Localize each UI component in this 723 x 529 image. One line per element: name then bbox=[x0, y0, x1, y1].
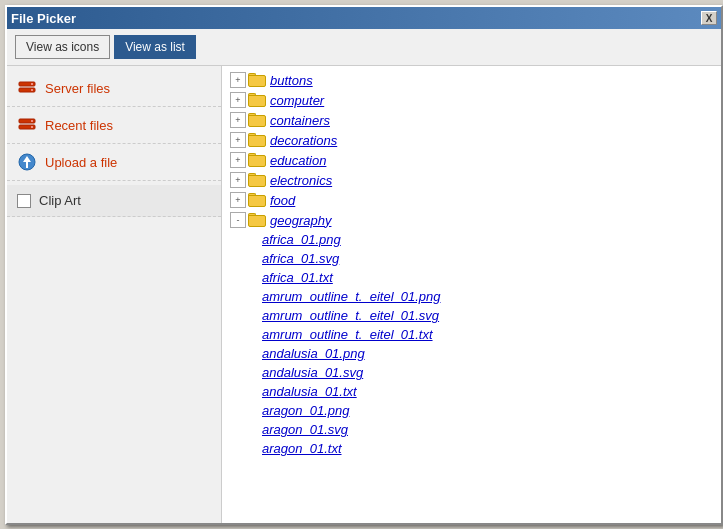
file-label-amrum-svg: amrum_outline_t._eitel_01.svg bbox=[262, 308, 439, 323]
sidebar-item-clip-art[interactable]: Clip Art bbox=[7, 185, 221, 217]
upload-file-label: Upload a file bbox=[45, 155, 117, 170]
toggle-decorations[interactable]: + bbox=[230, 132, 246, 148]
close-button[interactable]: X bbox=[701, 11, 717, 25]
file-label-andalusia-png: andalusia_01.png bbox=[262, 346, 365, 361]
file-label-africa-png: africa_01.png bbox=[262, 232, 341, 247]
file-aragon-txt[interactable]: aragon_01.txt bbox=[222, 439, 721, 458]
file-amrum-png[interactable]: amrum_outline_t._eitel_01.png bbox=[222, 287, 721, 306]
sidebar-item-upload-file[interactable]: Upload a file bbox=[7, 144, 221, 181]
server-icon bbox=[17, 78, 37, 98]
file-picker-window: File Picker X View as icons View as list… bbox=[5, 5, 723, 525]
folder-education[interactable]: + education bbox=[222, 150, 721, 170]
recent-icon bbox=[17, 115, 37, 135]
toggle-food[interactable]: + bbox=[230, 192, 246, 208]
folder-icon-education bbox=[248, 153, 266, 167]
folder-geography[interactable]: - geography bbox=[222, 210, 721, 230]
file-aragon-png[interactable]: aragon_01.png bbox=[222, 401, 721, 420]
title-bar-buttons: X bbox=[701, 11, 717, 25]
file-label-africa-txt: africa_01.txt bbox=[262, 270, 333, 285]
folder-food[interactable]: + food bbox=[222, 190, 721, 210]
folder-icon-food bbox=[248, 193, 266, 207]
folder-icon-buttons bbox=[248, 73, 266, 87]
file-andalusia-png[interactable]: andalusia_01.png bbox=[222, 344, 721, 363]
content-area: Server files Recent files bbox=[7, 66, 721, 523]
file-label-aragon-svg: aragon_01.svg bbox=[262, 422, 348, 437]
clip-art-checkbox[interactable] bbox=[17, 194, 31, 208]
folder-icon-containers bbox=[248, 113, 266, 127]
svg-rect-5 bbox=[31, 89, 33, 91]
folder-label-containers: containers bbox=[270, 113, 330, 128]
folder-decorations[interactable]: + decorations bbox=[222, 130, 721, 150]
file-amrum-svg[interactable]: amrum_outline_t._eitel_01.svg bbox=[222, 306, 721, 325]
sidebar-item-recent-files[interactable]: Recent files bbox=[7, 107, 221, 144]
file-label-andalusia-svg: andalusia_01.svg bbox=[262, 365, 363, 380]
folder-icon-electronics bbox=[248, 173, 266, 187]
toggle-geography[interactable]: - bbox=[230, 212, 246, 228]
folder-label-electronics: electronics bbox=[270, 173, 332, 188]
folder-icon-computer bbox=[248, 93, 266, 107]
file-label-aragon-txt: aragon_01.txt bbox=[262, 441, 342, 456]
toggle-buttons[interactable]: + bbox=[230, 72, 246, 88]
window-title: File Picker bbox=[11, 11, 76, 26]
server-files-label: Server files bbox=[45, 81, 110, 96]
folder-label-geography: geography bbox=[270, 213, 331, 228]
file-label-amrum-txt: amrum_outline_t._eitel_01.txt bbox=[262, 327, 433, 342]
view-icons-button[interactable]: View as icons bbox=[15, 35, 110, 59]
view-list-button[interactable]: View as list bbox=[114, 35, 196, 59]
toggle-electronics[interactable]: + bbox=[230, 172, 246, 188]
folder-label-food: food bbox=[270, 193, 295, 208]
folder-icon-geography bbox=[248, 213, 266, 227]
svg-rect-2 bbox=[31, 83, 33, 85]
file-andalusia-txt[interactable]: andalusia_01.txt bbox=[222, 382, 721, 401]
file-aragon-svg[interactable]: aragon_01.svg bbox=[222, 420, 721, 439]
folder-containers[interactable]: + containers bbox=[222, 110, 721, 130]
title-bar: File Picker X bbox=[7, 7, 721, 29]
file-tree[interactable]: + buttons + computer bbox=[222, 66, 721, 523]
sidebar: Server files Recent files bbox=[7, 66, 222, 523]
folder-label-buttons: buttons bbox=[270, 73, 313, 88]
svg-rect-8 bbox=[31, 120, 33, 122]
folder-label-computer: computer bbox=[270, 93, 324, 108]
recent-files-label: Recent files bbox=[45, 118, 113, 133]
file-label-africa-svg: africa_01.svg bbox=[262, 251, 339, 266]
file-panel: + buttons + computer bbox=[222, 66, 721, 523]
file-label-amrum-png: amrum_outline_t._eitel_01.png bbox=[262, 289, 441, 304]
file-label-andalusia-txt: andalusia_01.txt bbox=[262, 384, 357, 399]
toggle-containers[interactable]: + bbox=[230, 112, 246, 128]
file-label-aragon-png: aragon_01.png bbox=[262, 403, 349, 418]
toggle-computer[interactable]: + bbox=[230, 92, 246, 108]
svg-rect-11 bbox=[31, 126, 33, 128]
folder-label-decorations: decorations bbox=[270, 133, 337, 148]
folder-computer[interactable]: + computer bbox=[222, 90, 721, 110]
file-africa-txt[interactable]: africa_01.txt bbox=[222, 268, 721, 287]
file-africa-png[interactable]: africa_01.png bbox=[222, 230, 721, 249]
folder-icon-decorations bbox=[248, 133, 266, 147]
toolbar: View as icons View as list bbox=[7, 29, 721, 66]
file-andalusia-svg[interactable]: andalusia_01.svg bbox=[222, 363, 721, 382]
folder-buttons[interactable]: + buttons bbox=[222, 70, 721, 90]
folder-label-education: education bbox=[270, 153, 326, 168]
toggle-education[interactable]: + bbox=[230, 152, 246, 168]
folder-electronics[interactable]: + electronics bbox=[222, 170, 721, 190]
sidebar-item-server-files[interactable]: Server files bbox=[7, 70, 221, 107]
upload-icon bbox=[17, 152, 37, 172]
clip-art-label: Clip Art bbox=[39, 193, 81, 208]
file-amrum-txt[interactable]: amrum_outline_t._eitel_01.txt bbox=[222, 325, 721, 344]
file-africa-svg[interactable]: africa_01.svg bbox=[222, 249, 721, 268]
